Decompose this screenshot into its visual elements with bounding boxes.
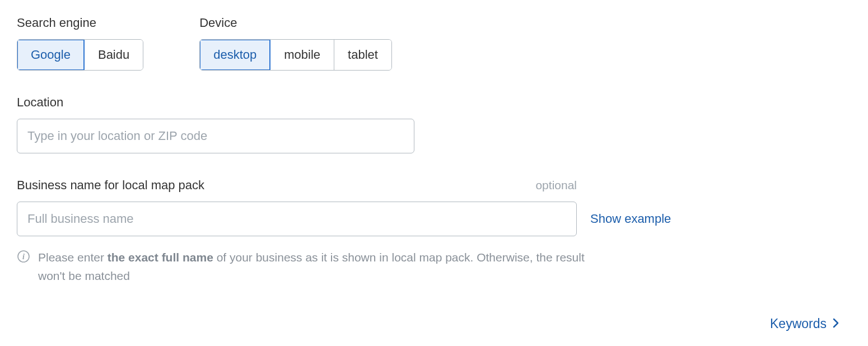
- hint-bold: the exact full name: [108, 251, 213, 264]
- hint-prefix: Please enter: [38, 251, 108, 264]
- device-option-mobile[interactable]: mobile: [270, 40, 334, 70]
- show-example-link[interactable]: Show example: [590, 212, 671, 226]
- search-engine-label: Search engine: [17, 16, 143, 30]
- device-option-tablet[interactable]: tablet: [334, 40, 391, 70]
- search-engine-option-google[interactable]: Google: [17, 40, 85, 70]
- chevron-right-icon: [832, 317, 840, 331]
- business-optional-tag: optional: [535, 179, 577, 192]
- device-option-desktop[interactable]: desktop: [200, 40, 270, 70]
- keywords-link[interactable]: Keywords: [770, 316, 827, 331]
- business-name-input[interactable]: [17, 202, 577, 236]
- device-label: Device: [199, 16, 392, 30]
- business-hint-text: Please enter the exact full name of your…: [38, 249, 598, 285]
- business-label: Business name for local map pack: [17, 178, 204, 193]
- location-input[interactable]: [17, 119, 414, 153]
- location-label: Location: [17, 95, 851, 110]
- location-group: Location: [17, 95, 851, 153]
- search-engine-group: Search engine Google Baidu: [17, 16, 143, 71]
- search-engine-segmented: Google Baidu: [17, 39, 143, 71]
- svg-text:i: i: [22, 253, 25, 261]
- business-group: Business name for local map pack optiona…: [17, 178, 851, 285]
- search-engine-option-baidu[interactable]: Baidu: [85, 40, 143, 70]
- device-segmented: desktop mobile tablet: [199, 39, 392, 71]
- info-icon: i: [17, 250, 30, 263]
- footer-nav: Keywords: [17, 316, 840, 331]
- device-group: Device desktop mobile tablet: [199, 16, 392, 71]
